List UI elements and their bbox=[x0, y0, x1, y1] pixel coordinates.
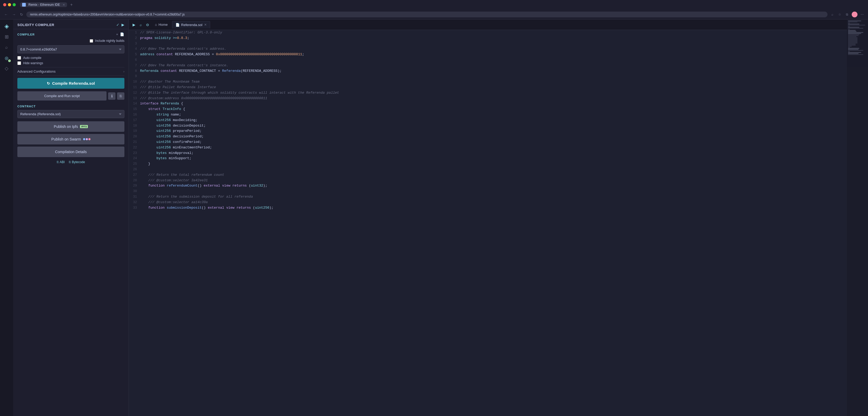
line-content[interactable]: pragma solidity >=0.8.3; bbox=[140, 35, 847, 41]
line-content[interactable]: uint256 preparePeriod; bbox=[140, 128, 847, 134]
line-content[interactable] bbox=[140, 41, 847, 47]
profile-icon[interactable] bbox=[852, 11, 858, 18]
bytecode-label: Bytecode bbox=[72, 160, 85, 164]
line-content[interactable]: /// @title The interface through which s… bbox=[140, 90, 847, 96]
activity-icon-search[interactable]: ⌕ bbox=[2, 42, 11, 52]
line-content[interactable]: string name; bbox=[140, 112, 847, 118]
nightly-builds-checkbox[interactable] bbox=[90, 39, 93, 42]
nightly-builds-row: Include nightly builds bbox=[18, 39, 124, 42]
line-content[interactable]: /// @dev The Referenda contract's addres… bbox=[140, 46, 847, 52]
line-content[interactable]: uint256 decisionDeposit; bbox=[140, 123, 847, 129]
file-compiler-icon[interactable]: 📄 bbox=[120, 32, 124, 36]
line-content[interactable]: /// @title Pallet Referenda Interface bbox=[140, 85, 847, 90]
line-content[interactable]: uint256 minEnactmentPeriod; bbox=[140, 145, 847, 150]
line-content[interactable]: /// Return the submission deposit for al… bbox=[140, 194, 847, 200]
tab-file-close-icon[interactable]: ✕ bbox=[204, 23, 207, 27]
copy-bytecode-icon: ⎘ bbox=[69, 160, 71, 164]
address-input[interactable] bbox=[26, 11, 828, 18]
line-content[interactable]: bytes minApproval; bbox=[140, 150, 847, 156]
compile-run-info-icon[interactable]: ℹ bbox=[108, 92, 116, 100]
line-content[interactable]: interface Referenda { bbox=[140, 101, 847, 107]
mini-line bbox=[848, 34, 859, 35]
abi-button[interactable]: ⎘ ABI bbox=[57, 160, 65, 164]
tab-referenda-sol[interactable]: 📄 Referenda.sol ✕ bbox=[172, 21, 210, 28]
publish-ipfs-button[interactable]: Publish on Ipfs IPFS bbox=[18, 121, 124, 132]
close-window-button[interactable] bbox=[3, 3, 6, 6]
line-content[interactable]: Referenda constant REFERENDA_CONTRACT = … bbox=[140, 68, 847, 74]
advanced-configurations-row[interactable]: Advanced Configurations › bbox=[18, 67, 124, 76]
line-content[interactable] bbox=[140, 74, 847, 79]
line-content[interactable]: /// Return the total referendum count bbox=[140, 172, 847, 178]
bytecode-button[interactable]: ⎘ Bytecode bbox=[69, 160, 85, 164]
tab-close-icon[interactable]: ✕ bbox=[63, 3, 65, 7]
compiler-version-select[interactable]: 0.8.7+commit.e28d00a7 bbox=[18, 45, 124, 53]
line-content[interactable]: uint256 confirmPeriod; bbox=[140, 140, 847, 145]
publish-swarm-button[interactable]: Publish on Swarm bbox=[18, 134, 124, 145]
code-line: 5 address constant REFERENDA_ADDRESS = 0… bbox=[129, 52, 847, 57]
line-number: 5 bbox=[129, 52, 140, 57]
code-line: 18 uint256 decisionDeposit; bbox=[129, 123, 847, 129]
line-content[interactable] bbox=[140, 189, 847, 194]
line-content[interactable]: } bbox=[140, 161, 847, 167]
search-tab-icon[interactable]: ⌕ bbox=[138, 22, 143, 28]
line-content[interactable]: address constant REFERENDA_ADDRESS = 0x0… bbox=[140, 52, 847, 57]
code-line: 27 /// Return the total referendum count bbox=[129, 172, 847, 178]
browser-tab[interactable]: Remix - Ethereum IDE ✕ bbox=[20, 2, 67, 7]
line-content[interactable]: /// @custom:selector 3a42ee31 bbox=[140, 178, 847, 183]
activity-icon-remix-logo[interactable]: ◈ bbox=[2, 22, 11, 31]
tab-favicon bbox=[22, 3, 26, 7]
minimize-window-button[interactable] bbox=[8, 3, 11, 6]
checkmark-icon[interactable]: ✓ bbox=[116, 23, 119, 27]
activity-icon-file-explorer[interactable]: ⊞ bbox=[2, 32, 11, 41]
play-icon[interactable]: ▶ bbox=[122, 23, 124, 27]
line-content[interactable]: struct TrackInfo { bbox=[140, 107, 847, 112]
bookmark-icon[interactable]: ☆ bbox=[837, 12, 842, 17]
line-content[interactable]: /// @author The Moonbeam Team bbox=[140, 79, 847, 85]
code-line: 15 struct TrackInfo { bbox=[129, 107, 847, 112]
browser-menu-icon[interactable]: ⋯ bbox=[860, 12, 865, 17]
publish-swarm-label: Publish on Swarm bbox=[51, 137, 81, 141]
new-tab-button[interactable]: + bbox=[70, 2, 72, 7]
mini-line bbox=[848, 21, 861, 21]
code-lines: 1 // SPDX-License-Identifier: GPL-3.0-on… bbox=[129, 30, 847, 210]
extensions-icon[interactable]: ⧉ bbox=[844, 12, 849, 17]
line-content[interactable]: // SPDX-License-Identifier: GPL-3.0-only bbox=[140, 30, 847, 35]
mini-line bbox=[848, 32, 863, 33]
maximize-window-button[interactable] bbox=[12, 3, 16, 6]
auto-compile-row: Auto compile bbox=[18, 56, 124, 60]
line-number: 22 bbox=[129, 145, 140, 150]
zoom-out-icon[interactable]: ⊖ bbox=[145, 22, 151, 28]
line-number: 26 bbox=[129, 167, 140, 172]
mini-line bbox=[848, 53, 859, 54]
search-toolbar-icon[interactable]: ⌕ bbox=[830, 12, 835, 17]
code-line: 26 bbox=[129, 167, 847, 172]
compile-run-button[interactable]: Compile and Run script bbox=[18, 91, 106, 100]
add-compiler-icon[interactable]: + bbox=[116, 32, 118, 36]
line-content[interactable]: uint256 maxDeciding; bbox=[140, 118, 847, 123]
activity-icon-solidity-compiler[interactable]: ◎ ✓ bbox=[2, 53, 11, 63]
line-content[interactable] bbox=[140, 167, 847, 172]
line-content[interactable]: function referendumCount() external view… bbox=[140, 183, 847, 189]
activity-icon-deploy[interactable]: ◇ bbox=[2, 64, 11, 73]
nav-back-button[interactable]: ← bbox=[3, 12, 9, 17]
code-line: 14 interface Referenda { bbox=[129, 101, 847, 107]
compilation-details-button[interactable]: Compilation Details bbox=[18, 147, 124, 157]
file-icon: 📄 bbox=[176, 23, 180, 27]
nav-forward-button[interactable]: → bbox=[11, 12, 17, 17]
line-content[interactable]: /// @dev The Referenda contract's instan… bbox=[140, 63, 847, 68]
auto-compile-checkbox[interactable] bbox=[18, 56, 21, 60]
play-tab-icon[interactable]: ▶ bbox=[131, 22, 137, 28]
line-content[interactable]: bytes minSupport; bbox=[140, 156, 847, 161]
line-content[interactable]: function submissionDeposit() external vi… bbox=[140, 205, 847, 211]
mini-line bbox=[848, 41, 858, 42]
tab-home[interactable]: ⌂ Home bbox=[152, 21, 171, 28]
compile-button[interactable]: ↻ Compile Referenda.sol bbox=[18, 78, 124, 89]
hide-warnings-checkbox[interactable] bbox=[18, 61, 21, 65]
contract-select[interactable]: Referenda (Referenda.sol) bbox=[18, 110, 124, 118]
line-content[interactable]: /// @custom:selector aa14c39a bbox=[140, 200, 847, 205]
line-content[interactable]: uint256 decisionPeriod; bbox=[140, 134, 847, 140]
compile-run-copy-icon[interactable]: ⎘ bbox=[117, 92, 124, 100]
nav-refresh-button[interactable]: ↻ bbox=[19, 12, 24, 17]
line-content[interactable] bbox=[140, 57, 847, 63]
line-content[interactable]: /// @custom:address 0x000000000000000000… bbox=[140, 96, 847, 101]
